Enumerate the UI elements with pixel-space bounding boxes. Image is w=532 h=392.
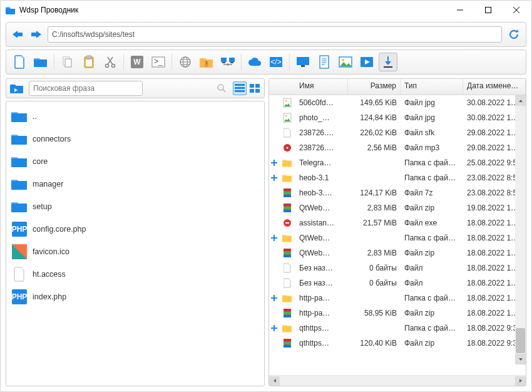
document-button[interactable]: [315, 53, 334, 71]
tree-item[interactable]: manager: [9, 173, 262, 195]
word-button[interactable]: W: [128, 53, 146, 71]
monitor-button[interactable]: [294, 53, 312, 71]
expand-icon[interactable]: [269, 174, 279, 182]
cell-type: Файл 7z: [401, 188, 463, 197]
img-icon: [279, 113, 295, 123]
terminal-button[interactable]: >_: [149, 53, 168, 71]
svg-rect-36: [250, 89, 254, 93]
back-button[interactable]: [10, 27, 25, 42]
image-button[interactable]: [336, 53, 355, 71]
scroll-down-icon[interactable]: [515, 354, 526, 364]
cell-name: Telegra…: [295, 158, 348, 167]
cell-type: Файл: [401, 279, 463, 287]
svg-rect-54: [284, 207, 291, 209]
minimize-button[interactable]: [446, 1, 474, 19]
tree-item[interactable]: favicon.ico: [9, 240, 262, 263]
cell-size: 21,57 MiB: [348, 219, 401, 227]
file-icon: [279, 128, 295, 138]
download-button[interactable]: [379, 53, 397, 71]
paste-button[interactable]: [79, 53, 98, 71]
cell-name: heob-3.1: [295, 173, 348, 182]
list-rows[interactable]: 506c0fd…149,65 KiBФайл jpg30.08.2022 15:…: [269, 95, 526, 375]
table-row[interactable]: QtWeb…Папка с файла…18.08.2022 16:40: [269, 230, 526, 245]
header-date[interactable]: Дата изменения: [463, 79, 526, 95]
cell-type: Папка с файла…: [401, 173, 463, 182]
tree-item[interactable]: ht.access: [9, 263, 262, 286]
svg-rect-61: [284, 255, 291, 257]
header-size[interactable]: Размер: [348, 79, 401, 95]
view-list-button[interactable]: [233, 81, 247, 95]
table-row[interactable]: qthttps…Папка с файла…18.08.2022 9:38: [269, 321, 526, 336]
tree-item[interactable]: ..: [9, 105, 262, 128]
header-type[interactable]: Тип: [401, 79, 463, 95]
forward-button[interactable]: [29, 27, 44, 42]
scroll-left-icon[interactable]: [269, 376, 280, 386]
zip-icon: [279, 188, 295, 198]
svg-point-45: [285, 115, 287, 117]
folder-picker-button[interactable]: [9, 80, 25, 96]
close-button[interactable]: [502, 1, 530, 19]
scroll-thumb[interactable]: [516, 328, 525, 353]
tree-item[interactable]: core: [9, 150, 262, 173]
view-grid-button[interactable]: [248, 81, 262, 95]
table-row[interactable]: 506c0fd…149,65 KiBФайл jpg30.08.2022 15:…: [269, 95, 526, 110]
svg-rect-50: [284, 192, 291, 194]
folder-tree[interactable]: ..connectorscoremanagersetupPHPconfig.co…: [6, 101, 265, 386]
cell-type: Файл mp3: [401, 143, 463, 152]
search-input[interactable]: [29, 81, 143, 96]
cell-name: 238726.…: [295, 128, 348, 137]
cloud-button[interactable]: [245, 53, 264, 71]
network-button[interactable]: [218, 53, 237, 71]
code-button[interactable]: </>: [267, 53, 285, 71]
table-row[interactable]: QtWeb…2,83 MiBФайл zip19.08.2022 19:19: [269, 200, 526, 215]
header-name[interactable]: Имя: [295, 79, 348, 95]
cell-name: Без наз…: [295, 279, 348, 287]
expand-icon[interactable]: [269, 234, 279, 242]
table-row[interactable]: http-pa…Папка с файла…18.08.2022 10:44: [269, 291, 526, 306]
copy-button[interactable]: [58, 53, 77, 71]
archive-button[interactable]: [197, 53, 216, 71]
expand-icon[interactable]: [269, 324, 279, 332]
table-row[interactable]: Без наз…0 байтыФайл18.08.2022 13:52: [269, 260, 526, 276]
globe-button[interactable]: [176, 53, 195, 71]
tree-item[interactable]: PHPindex.php: [9, 286, 262, 308]
table-row[interactable]: 238726.…226,02 KiBФайл sfk29.08.2022 18:…: [269, 125, 526, 140]
new-file-button[interactable]: [10, 53, 29, 71]
table-row[interactable]: heob-3.…124,17 KiBФайл 7z23.08.2022 8:59: [269, 185, 526, 200]
file-icon: [279, 263, 295, 273]
svg-point-27: [342, 59, 344, 61]
svg-rect-15: [206, 61, 207, 63]
table-row[interactable]: Telegra…Папка с файла…25.08.2022 9:55: [269, 155, 526, 170]
tree-item[interactable]: setup: [9, 195, 262, 218]
search-bar: [6, 78, 265, 98]
img-icon: [279, 98, 295, 108]
video-button[interactable]: [357, 53, 376, 71]
horizontal-scrollbar[interactable]: [269, 375, 526, 386]
scroll-right-icon[interactable]: [515, 376, 526, 386]
cut-button[interactable]: [101, 53, 120, 71]
refresh-button[interactable]: [506, 26, 522, 43]
svg-rect-60: [284, 252, 291, 254]
table-row[interactable]: heob-3.1Папка с файла…23.08.2022 8:59: [269, 170, 526, 185]
cell-type: Папка с файла…: [401, 158, 463, 167]
table-row[interactable]: http-pa…58,95 KiBФайл zip18.08.2022 10:4…: [269, 306, 526, 321]
table-row[interactable]: qthttps…120,40 KiBФайл zip18.08.2022 9:3…: [269, 336, 526, 351]
expand-icon[interactable]: [269, 294, 279, 302]
vertical-scrollbar[interactable]: [515, 95, 526, 364]
svg-rect-24: [301, 65, 305, 67]
cell-size: 0 байты: [348, 264, 401, 272]
table-row[interactable]: 238726.…2,56 MiBФайл mp329.08.2022 18:50: [269, 140, 526, 155]
expand-icon[interactable]: [269, 159, 279, 167]
table-row[interactable]: photo_…124,84 KiBФайл jpg30.08.2022 14:1…: [269, 110, 526, 125]
tree-item[interactable]: PHPconfig.core.php: [9, 218, 262, 240]
tree-item[interactable]: connectors: [9, 128, 262, 150]
table-row[interactable]: assistan…21,57 MiBФайл exe18.08.2022 17:…: [269, 215, 526, 230]
table-row[interactable]: QtWeb…2,83 MiBФайл zip18.08.2022 16:40: [269, 245, 526, 260]
new-folder-button[interactable]: [31, 53, 50, 71]
maximize-button[interactable]: [474, 1, 502, 19]
svg-rect-17: [221, 58, 227, 62]
scroll-up-icon[interactable]: [515, 95, 526, 106]
path-input[interactable]: [48, 26, 502, 43]
cell-size: 2,83 MiB: [348, 204, 401, 212]
table-row[interactable]: Без наз…0 байтыФайл18.08.2022 13:52: [269, 276, 526, 291]
